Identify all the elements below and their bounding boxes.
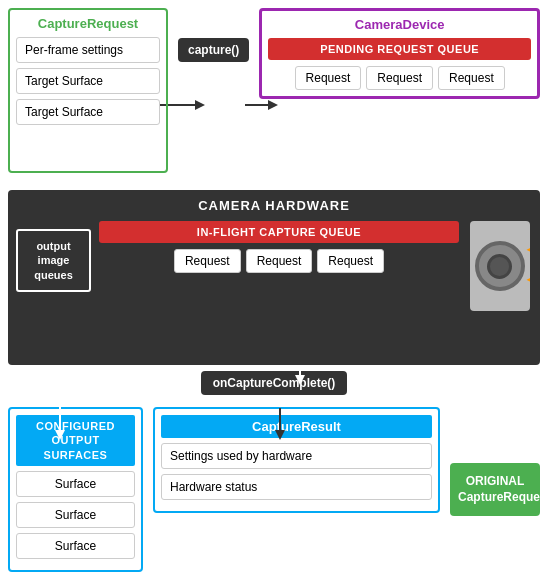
inflight-area: IN-FLIGHT CAPTURE QUEUE Request Request … <box>99 221 459 273</box>
surface-item-1: Surface <box>16 471 135 497</box>
inflight-request-3: Request <box>317 249 384 273</box>
pending-request-1: Request <box>295 66 362 90</box>
capture-btn-area: capture() <box>178 8 249 62</box>
capture-result-title: CaptureResult <box>161 415 432 438</box>
configured-surfaces-title: CONFIGURED OUTPUTSURFACES <box>16 415 135 466</box>
capture-result-box: CaptureResult Settings used by hardware … <box>153 407 440 513</box>
on-capture-complete-area: onCaptureComplete() <box>0 371 548 395</box>
cr-item-perframe: Per-frame settings <box>16 37 160 63</box>
cr-item-surface1: Target Surface <box>16 68 160 94</box>
top-section: CaptureRequest Per-frame settings Target… <box>0 0 548 190</box>
surface-item-3: Surface <box>16 533 135 559</box>
pending-request-3: Request <box>438 66 505 90</box>
camera-device-box: CameraDevice PENDING REQUEST QUEUE Reque… <box>259 8 540 99</box>
camera-device-title: CameraDevice <box>268 17 531 32</box>
inflight-request-1: Request <box>174 249 241 273</box>
configured-surfaces-box: CONFIGURED OUTPUTSURFACES Surface Surfac… <box>8 407 143 572</box>
result-item-settings: Settings used by hardware <box>161 443 432 469</box>
pending-request-row: Request Request Request <box>268 66 531 90</box>
diagram: CaptureRequest Per-frame settings Target… <box>0 0 548 576</box>
original-capture-box: ORIGINAL CaptureRequest <box>450 463 540 517</box>
capture-button[interactable]: capture() <box>178 38 249 62</box>
on-capture-complete-button[interactable]: onCaptureComplete() <box>201 371 348 395</box>
capture-request-box: CaptureRequest Per-frame settings Target… <box>8 8 168 173</box>
cr-item-surface2: Target Surface <box>16 99 160 125</box>
bottom-section: CONFIGURED OUTPUTSURFACES Surface Surfac… <box>0 399 548 576</box>
camera-hardware-title: CAMERA HARDWARE <box>16 198 532 213</box>
capture-request-title: CaptureRequest <box>16 16 160 31</box>
pending-queue-label: PENDING REQUEST QUEUE <box>268 38 531 60</box>
hw-inner: output imagequeues IN-FLIGHT CAPTURE QUE… <box>16 221 532 311</box>
camera-hardware-box: CAMERA HARDWARE output imagequeues IN-FL… <box>8 190 540 365</box>
camera-lens: ◀ ◀ <box>467 221 532 311</box>
result-item-status: Hardware status <box>161 474 432 500</box>
surface-item-2: Surface <box>16 502 135 528</box>
pending-request-2: Request <box>366 66 433 90</box>
inflight-queue-label: IN-FLIGHT CAPTURE QUEUE <box>99 221 459 243</box>
inflight-request-2: Request <box>246 249 313 273</box>
inflight-request-row: Request Request Request <box>99 249 459 273</box>
output-image-queues: output imagequeues <box>16 229 91 292</box>
